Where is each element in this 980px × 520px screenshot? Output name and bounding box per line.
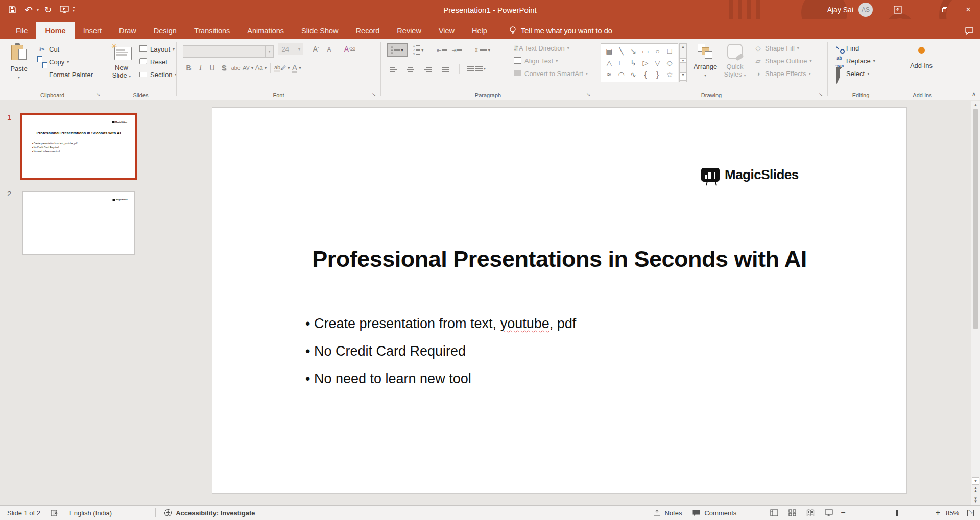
shape-elbow-arrow-icon[interactable]: ↳ — [627, 57, 639, 68]
gallery-up-icon[interactable]: ▲ — [681, 45, 685, 48]
share-comments-icon[interactable] — [965, 27, 974, 37]
shape-scribble-icon[interactable]: ≈ — [603, 69, 615, 81]
language-indicator[interactable]: English (India) — [64, 506, 117, 520]
collapse-ribbon-icon[interactable]: ∧ — [972, 91, 976, 97]
new-slide-button[interactable]: ✳ New Slide ▾ — [107, 40, 136, 89]
slide-sorter-view-button[interactable] — [783, 506, 801, 520]
drawing-dialog-launcher-icon[interactable]: ↘ — [817, 91, 824, 98]
bold-button[interactable]: B — [183, 62, 195, 74]
change-case-button[interactable]: Aa ▾ — [254, 62, 268, 74]
zoom-level[interactable]: 85% — [943, 506, 962, 520]
save-icon[interactable] — [5, 3, 19, 17]
cut-button[interactable]: ✂Cut — [36, 43, 95, 56]
find-button[interactable]: Find — [833, 42, 877, 55]
thumbnail-2[interactable]: MagicSlides — [22, 191, 135, 255]
shape-fill-button[interactable]: ◇Shape Fill ▾ — [752, 42, 814, 55]
tab-slide-show[interactable]: Slide Show — [293, 22, 347, 39]
zoom-slider[interactable] — [852, 513, 929, 513]
normal-view-button[interactable] — [765, 506, 783, 520]
text-shadow-button[interactable]: S — [218, 62, 230, 74]
ribbon-display-options-icon[interactable] — [886, 0, 910, 19]
gallery-down-icon[interactable]: ▼ — [680, 58, 686, 63]
shape-triangle-icon[interactable]: △ — [603, 57, 615, 68]
shape-effects-button[interactable]: ◑Shape Effects ▾ — [752, 67, 814, 80]
previous-slide-button[interactable]: ▲▲ — [974, 487, 978, 493]
italic-button[interactable]: I — [195, 62, 206, 74]
increase-indent-button[interactable]: ⇥ — [451, 44, 464, 56]
tab-review[interactable]: Review — [388, 22, 430, 39]
zoom-out-button[interactable]: − — [838, 508, 848, 517]
shape-elbow-icon[interactable]: ∟ — [615, 57, 628, 68]
close-button[interactable]: × — [957, 0, 980, 19]
slide-indicator[interactable]: Slide 1 of 2 — [2, 506, 45, 520]
undo-dropdown-icon[interactable]: ▾ — [37, 8, 39, 12]
restore-button[interactable] — [933, 0, 957, 19]
decrease-indent-button[interactable]: ⇤ — [437, 44, 449, 56]
shape-right-arrow-icon[interactable]: ▷ — [639, 57, 652, 68]
character-spacing-button[interactable]: AV ▾ — [242, 62, 254, 74]
font-dialog-launcher-icon[interactable]: ↘ — [370, 91, 377, 98]
tab-insert[interactable]: Insert — [75, 22, 110, 39]
quick-styles-button[interactable]: Quick Styles ▾ — [720, 40, 750, 89]
customize-qat-icon[interactable]: ▾ — [73, 7, 75, 13]
tab-design[interactable]: Design — [145, 22, 185, 39]
tab-transitions[interactable]: Transitions — [185, 22, 238, 39]
tab-record[interactable]: Record — [347, 22, 389, 39]
align-right-button[interactable] — [422, 63, 434, 75]
strikethrough-button[interactable]: abc — [230, 62, 242, 74]
zoom-in-button[interactable]: + — [933, 508, 943, 517]
accessibility-status[interactable]: Accessibility: Investigate — [159, 506, 260, 520]
tell-me-box[interactable]: Tell me what you want to do — [509, 22, 612, 39]
scroll-up-icon[interactable]: ▲ — [971, 101, 980, 109]
shape-arrow-icon[interactable]: ↘ — [627, 45, 639, 57]
tab-draw[interactable]: Draw — [110, 22, 145, 39]
paragraph-dialog-launcher-icon[interactable]: ↘ — [585, 91, 592, 98]
tab-home[interactable]: Home — [36, 22, 74, 39]
thumbnail-1[interactable]: MagicSlides Professional Presentations i… — [22, 115, 135, 178]
gallery-more-icon[interactable]: ▼— — [680, 72, 686, 81]
columns-button[interactable]: ▾ — [467, 63, 486, 75]
reading-view-button[interactable] — [801, 506, 820, 520]
zoom-slider-thumb[interactable] — [896, 510, 898, 516]
slide-title[interactable]: Professional Presentations in Seconds wi… — [212, 245, 906, 273]
tab-help[interactable]: Help — [463, 22, 496, 39]
numbering-button[interactable]: 123▾ — [410, 43, 427, 57]
shape-snip-icon[interactable]: ◇ — [663, 57, 676, 68]
format-painter-button[interactable]: Format Painter — [36, 68, 95, 81]
text-direction-button[interactable]: ⇵AText Direction ▾ — [511, 42, 590, 55]
redo-icon[interactable]: ↻ — [41, 3, 55, 17]
shape-left-brace-icon[interactable]: { — [639, 69, 652, 81]
shape-curve-icon[interactable]: ∿ — [627, 69, 639, 81]
grow-font-button[interactable]: Aˆ — [310, 43, 322, 55]
shape-arc-icon[interactable]: ◠ — [615, 69, 628, 81]
shape-rounded-rectangle-icon[interactable]: □ — [663, 45, 676, 57]
account-avatar[interactable]: AS — [858, 3, 873, 17]
font-color-button[interactable]: A ▾ — [291, 62, 302, 74]
copy-button[interactable]: Copy ▾ — [36, 56, 95, 68]
minimize-button[interactable] — [910, 0, 933, 19]
tab-file[interactable]: File — [7, 22, 36, 39]
bullets-button[interactable]: ▾ — [387, 43, 408, 57]
tab-animations[interactable]: Animations — [238, 22, 293, 39]
justify-button[interactable] — [439, 63, 451, 75]
clear-formatting-button[interactable]: A⌫ — [343, 43, 356, 55]
shape-textbox-icon[interactable]: ▤ — [603, 45, 615, 57]
comments-button[interactable]: Comments — [687, 506, 742, 520]
text-highlight-button[interactable]: ab🖉 ▾ — [273, 62, 291, 74]
arrange-button[interactable]: Arrange▾ — [690, 40, 720, 89]
select-button[interactable]: Select ▾ — [833, 67, 877, 80]
section-button[interactable]: Section ▾ — [137, 68, 179, 81]
slide-bullet-list[interactable]: • Create presentation from text, youtube… — [305, 316, 576, 399]
shrink-font-button[interactable]: Aˇ — [324, 43, 336, 55]
layout-button[interactable]: Layout ▾ — [137, 43, 179, 56]
shape-outline-button[interactable]: ▱Shape Outline ▾ — [752, 55, 814, 67]
undo-icon[interactable]: ↶ — [21, 3, 36, 17]
slide-canvas[interactable]: MagicSlides Professional Presentations i… — [212, 107, 907, 494]
addins-button[interactable]: Add-ins — [904, 40, 938, 89]
line-spacing-button[interactable]: ⇕▾ — [474, 44, 490, 56]
shape-oval-icon[interactable]: ○ — [652, 45, 664, 57]
scrollbar-thumb[interactable] — [973, 109, 978, 329]
align-left-button[interactable] — [387, 63, 399, 75]
account-name[interactable]: Ajay Sai — [827, 6, 853, 14]
align-center-button[interactable] — [404, 63, 417, 75]
